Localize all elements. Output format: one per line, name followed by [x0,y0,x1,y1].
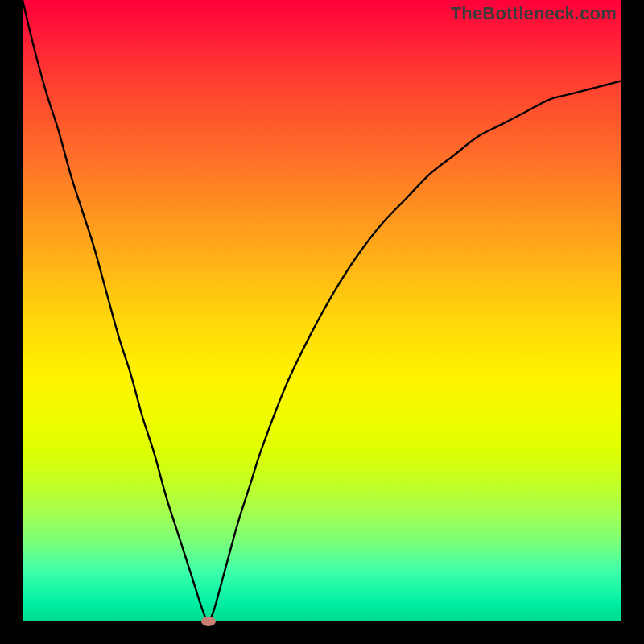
chart-frame: TheBottleneck.com [0,0,644,644]
optimal-point-marker [201,617,216,626]
bottleneck-curve [23,0,621,621]
watermark-text: TheBottleneck.com [451,3,617,24]
curve-svg [23,0,621,621]
plot-area [23,0,621,621]
